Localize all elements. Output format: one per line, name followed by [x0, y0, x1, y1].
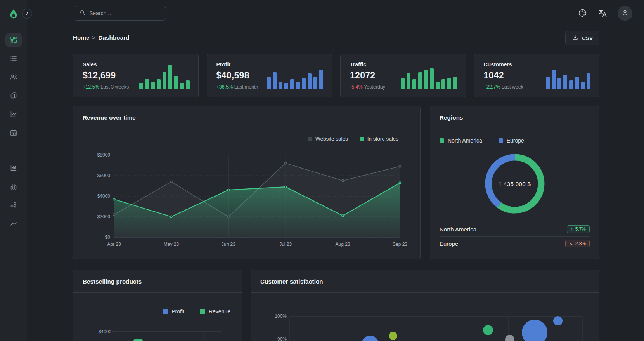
card-title: Bestselling products — [83, 278, 142, 285]
legend-marker — [308, 137, 312, 141]
arrow-down-icon: ↘ — [569, 241, 573, 246]
legend-item-in-store-sales[interactable]: In store sales — [360, 136, 398, 142]
download-icon — [572, 34, 578, 42]
search-icon — [79, 9, 86, 17]
regions-donut-chart: 1 435 000 $ — [430, 151, 599, 217]
region-row-north-america: North America ↑5.7% — [440, 222, 590, 236]
stat-delta: +22.7% — [484, 84, 500, 90]
user-icon — [621, 9, 629, 18]
user-avatar-button[interactable] — [618, 6, 632, 21]
legend-label: In store sales — [367, 136, 398, 142]
bestselling-bar-chart: $4000 — [73, 320, 242, 341]
bestselling-products-card: Bestselling products Profit Revenue $400… — [73, 270, 242, 341]
region-label: North America — [440, 226, 476, 233]
svg-text:$4000: $4000 — [99, 329, 112, 334]
flame-logo-icon — [8, 9, 19, 20]
svg-text:$0: $0 — [105, 235, 111, 240]
list-icon — [10, 54, 17, 63]
legend-label: Profit — [171, 308, 184, 315]
legend-item-north-america[interactable]: North America — [440, 137, 482, 144]
svg-text:90%: 90% — [277, 336, 287, 341]
stat-card-traffic: Traffic 12072 -5.4% Yesterday — [340, 54, 466, 97]
scatter-chart-icon — [10, 201, 17, 210]
card-title: Revenue over time — [83, 114, 136, 121]
pages-icon — [10, 92, 17, 101]
legend-marker — [499, 138, 503, 143]
sidebar-item-pages[interactable] — [5, 89, 22, 103]
language-button[interactable] — [597, 8, 608, 18]
main-content: Home>Dashboard CSV Sales $12,699 +12.5% … — [73, 26, 599, 341]
svg-text:Aug 23: Aug 23 — [336, 242, 350, 247]
topbar — [27, 0, 644, 26]
trend-badge: ↘2.8% — [565, 240, 590, 247]
sidebar-item-area-chart[interactable] — [5, 161, 22, 176]
legend-item-europe[interactable]: Europe — [499, 137, 524, 144]
palette-icon — [578, 13, 587, 19]
chart-line-icon — [10, 110, 17, 119]
sidebar-item-line-chart[interactable] — [5, 217, 22, 231]
sidebar-item-scatter-chart[interactable] — [5, 198, 22, 213]
sidebar-item-list[interactable] — [5, 51, 22, 66]
legend-item-revenue[interactable]: Revenue — [200, 308, 230, 315]
csv-button-label: CSV — [582, 35, 593, 41]
arrow-up-icon: ↑ — [571, 226, 573, 232]
sidebar — [0, 0, 27, 341]
customers-sparkline — [546, 64, 590, 89]
stat-delta: +12.5% — [83, 84, 99, 90]
regions-legend: North America Europe — [430, 129, 599, 144]
legend-marker — [163, 309, 168, 314]
sidebar-item-calendar[interactable] — [5, 126, 22, 141]
legend-label: Website sales — [315, 136, 348, 142]
breadcrumb-home[interactable]: Home — [73, 34, 89, 41]
card-header: Customer satisfaction — [251, 270, 599, 293]
svg-text:$6000: $6000 — [97, 173, 111, 178]
sidebar-expand-button[interactable] — [22, 9, 32, 19]
card-title: Regions — [440, 114, 463, 121]
legend-label: North America — [448, 137, 482, 144]
bestselling-legend: Profit Revenue — [73, 293, 242, 315]
legend-item-website-sales[interactable]: Website sales — [308, 136, 348, 142]
region-label: Europe — [440, 240, 458, 247]
svg-text:$2000: $2000 — [97, 214, 111, 219]
legend-label: Revenue — [209, 308, 230, 315]
sidebar-item-customers[interactable] — [5, 70, 22, 85]
svg-text:$8000: $8000 — [97, 152, 111, 158]
svg-text:Jun 23: Jun 23 — [222, 242, 235, 247]
revenue-legend: Website sales In store sales — [73, 129, 420, 142]
translate-icon — [598, 13, 608, 19]
revenue-line-chart: Apr 23May 23Jun 23Jul 23Aug 23Sep 23$0$2… — [73, 144, 420, 257]
csv-export-button[interactable]: CSV — [565, 31, 599, 45]
legend-item-profit[interactable]: Profit — [163, 308, 184, 315]
legend-label: Europe — [507, 137, 524, 144]
card-header: Bestselling products — [73, 270, 242, 293]
card-header: Regions — [430, 106, 599, 129]
stat-delta: -5.4% — [350, 84, 363, 90]
svg-text:$4000: $4000 — [97, 193, 111, 199]
profit-sparkline — [267, 64, 323, 89]
dashboard-grid-icon — [10, 36, 17, 45]
stat-card-profit: Profit $40,598 +36.5% Last month — [207, 54, 332, 97]
search-input[interactable] — [89, 10, 155, 16]
traffic-sparkline — [401, 64, 457, 89]
legend-marker — [440, 138, 444, 143]
svg-text:Sep 23: Sep 23 — [393, 242, 407, 247]
area-chart-icon — [10, 164, 17, 173]
svg-text:Jul 23: Jul 23 — [279, 242, 292, 247]
sales-sparkline — [139, 64, 190, 89]
calendar-icon — [10, 129, 17, 138]
theme-palette-button[interactable] — [577, 8, 587, 18]
users-icon — [10, 73, 17, 82]
sidebar-item-dashboard[interactable] — [5, 33, 22, 47]
legend-marker — [200, 309, 205, 314]
sidebar-item-bar-chart[interactable] — [5, 179, 22, 194]
customer-satisfaction-card: Customer satisfaction 100%90% — [251, 270, 599, 341]
card-header: Revenue over time — [73, 106, 420, 129]
search-box[interactable] — [74, 6, 166, 21]
stats-row: Sales $12,699 +12.5% Last 3 weeks Profit… — [73, 54, 599, 97]
stat-delta: +36.5% — [216, 84, 233, 90]
sidebar-item-analytics[interactable] — [5, 107, 22, 122]
breadcrumb-separator: > — [92, 34, 95, 41]
revenue-over-time-card: Revenue over time Website sales In store… — [73, 106, 421, 259]
stat-card-sales: Sales $12,699 +12.5% Last 3 weeks — [73, 54, 199, 97]
trend-line-icon — [10, 220, 17, 229]
